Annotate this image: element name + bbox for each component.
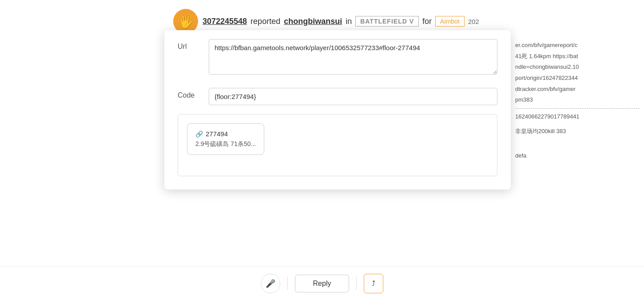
preview-area: 🔗 277494 2.9号硫磺岛 71杀50...	[178, 114, 497, 176]
reported-player-link[interactable]: chongbiwansui	[284, 17, 342, 26]
mic-icon: 🎤	[266, 279, 275, 288]
date-text: 202	[468, 18, 479, 25]
share-button[interactable]: ⤴	[364, 274, 383, 293]
for-text: for	[422, 17, 432, 26]
url-row: Url https://bfban.gametools.network/play…	[164, 30, 511, 79]
preview-title-text: 277494	[206, 130, 228, 138]
reply-button[interactable]: Reply	[295, 275, 350, 292]
in-text: in	[346, 17, 352, 26]
bg-text-right: er.com/bfv/gamereport/c 41死 1.64kpm http…	[511, 36, 644, 166]
preview-card: 🔗 277494 2.9号硫磺岛 71杀50...	[187, 123, 264, 155]
code-label: Code	[178, 88, 200, 99]
toolbar-divider-1	[287, 277, 288, 290]
share-icon: ⤴	[372, 280, 375, 288]
toolbar-divider-2	[356, 277, 357, 290]
reported-text: reported	[250, 17, 280, 26]
dashed-divider	[515, 108, 640, 109]
game-badge: BATTLEFIELD V	[355, 16, 419, 27]
avatar-icon: 🖐	[178, 14, 194, 29]
report-text: 3072245548 reported chongbiwansui in BAT…	[203, 16, 479, 27]
popup-card: Url https://bfban.gametools.network/play…	[164, 30, 511, 189]
reporter-id-link[interactable]: 3072245548	[203, 17, 247, 26]
code-input[interactable]	[209, 88, 497, 105]
url-input[interactable]: https://bfban.gametools.network/player/1…	[209, 39, 497, 75]
page-container: 🖐 3072245548 reported chongbiwansui in B…	[0, 0, 644, 300]
link-icon: 🔗	[195, 130, 203, 138]
preview-card-subtitle: 2.9号硫磺岛 71杀50...	[195, 140, 256, 148]
url-label: Url	[178, 39, 200, 51]
code-row: Code	[164, 79, 511, 110]
preview-card-title: 🔗 277494	[195, 130, 256, 138]
mic-button[interactable]: 🎤	[261, 274, 280, 293]
bg-line-1: er.com/bfv/gamereport/c 41死 1.64kpm http…	[515, 40, 640, 161]
bottom-toolbar: 🎤 Reply ⤴	[0, 266, 644, 300]
reason-badge: Aimbot	[435, 16, 465, 27]
